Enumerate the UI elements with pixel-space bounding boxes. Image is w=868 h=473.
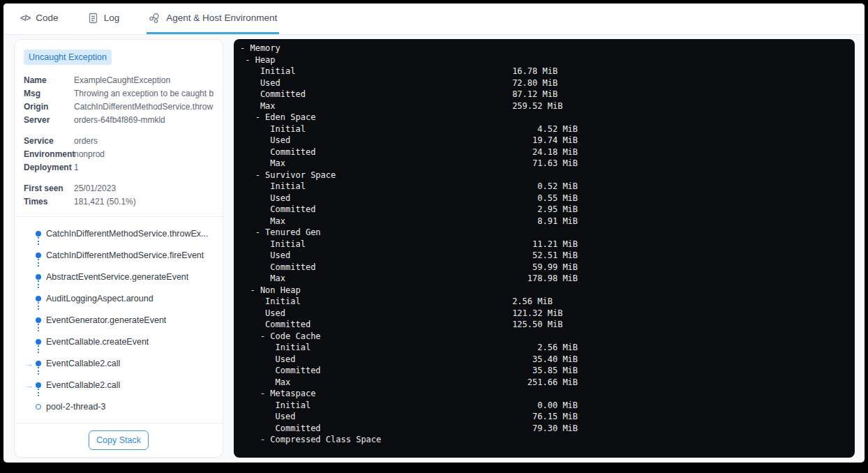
current-frame-arrow-icon: → bbox=[24, 359, 36, 368]
divider bbox=[15, 423, 223, 423]
field-value: ExampleCaughtException bbox=[74, 74, 214, 87]
tab-log[interactable]: Log bbox=[86, 3, 122, 34]
memory-tree-value-line: Initial 2.56 MiB bbox=[240, 342, 855, 354]
exception-panel: Uncaught Exception NameExampleCaughtExce… bbox=[14, 39, 223, 458]
memory-tree-value-line: Max 8.91 MiB bbox=[240, 216, 855, 227]
field-row: OriginCatchInDifferentMethodService.thro… bbox=[24, 100, 214, 114]
stack-frame[interactable]: EventCallable.createEvent bbox=[24, 331, 214, 352]
memory-tree-value-line: Max 251.66 MiB bbox=[240, 377, 855, 389]
memory-tree-value-line: Initial 16.78 MiB bbox=[240, 66, 855, 77]
memory-tree-group-line[interactable]: - Code Cache bbox=[240, 331, 855, 343]
tab-label: Log bbox=[104, 13, 120, 23]
stack-frame[interactable]: →EventCallable2.call bbox=[24, 374, 214, 396]
field-row: Serverorders-64fb4f869-mmkld bbox=[24, 114, 214, 127]
tab-bar: </>CodeLogAgent & Host Environment bbox=[3, 3, 865, 35]
frame-dot-icon bbox=[36, 317, 41, 323]
field-label: Name bbox=[24, 74, 74, 87]
frame-dot-icon bbox=[36, 253, 41, 258]
stack-frame[interactable]: AbstractEventService.generateEvent bbox=[24, 266, 214, 287]
memory-tree-group-line[interactable]: - Tenured Gen bbox=[240, 227, 855, 239]
frame-dot-icon bbox=[36, 231, 41, 236]
memory-tree-group-line[interactable]: - Metaspace bbox=[240, 388, 855, 400]
memory-tree-value-line: Max 259.52 MiB bbox=[240, 100, 855, 112]
tab-label: Agent & Host Environment bbox=[166, 13, 277, 23]
stack-frame[interactable]: CatchInDifferentMethodService.throwEx... bbox=[24, 223, 214, 244]
memory-tree-value-line: Initial 11.21 MiB bbox=[240, 239, 855, 250]
field-group: First seen25/01/2023Times181,421 (50.1%) bbox=[24, 182, 214, 209]
memory-tree-group-line[interactable]: - Heap bbox=[240, 54, 855, 66]
field-label: Msg bbox=[24, 87, 74, 100]
memory-tree-value-line: Committed 59.99 MiB bbox=[240, 262, 855, 273]
stack-frame-label: AbstractEventService.generateEvent bbox=[46, 272, 188, 282]
memory-tree-group-line[interactable]: - Non Heap bbox=[240, 285, 855, 296]
field-label: Service bbox=[24, 135, 74, 148]
field-label: Times bbox=[24, 195, 74, 209]
stack-frame[interactable]: →EventCallable2.call bbox=[24, 352, 214, 374]
field-row: First seen25/01/2023 bbox=[24, 182, 214, 195]
copy-stack-row: Copy Stack bbox=[24, 430, 214, 450]
code-icon: </> bbox=[20, 13, 30, 23]
stack-frame-label: EventCallable2.call bbox=[46, 380, 120, 390]
stack-frame-label: EventGenerator.generateEvent bbox=[46, 315, 166, 325]
current-frame-arrow-icon: → bbox=[24, 380, 36, 390]
frame-dot-icon bbox=[36, 296, 41, 301]
memory-tree-group-line[interactable]: - Eden Space bbox=[240, 112, 855, 123]
memory-tree-value-line: Used 0.55 MiB bbox=[240, 193, 855, 204]
memory-tree-value-line: Used 52.51 MiB bbox=[240, 250, 855, 262]
stack-frame-label: EventCallable2.call bbox=[46, 359, 120, 368]
stack-frame[interactable]: EventGenerator.generateEvent bbox=[24, 309, 214, 331]
stack-frame-label: AuditLoggingAspect.around bbox=[46, 294, 154, 303]
field-value: 181,421 (50.1%) bbox=[74, 195, 214, 209]
stack-frame-label: pool-2-thread-3 bbox=[46, 402, 105, 412]
field-value: Throwing an exception to be caught by a … bbox=[74, 87, 214, 100]
frame-dot-icon bbox=[36, 339, 41, 345]
memory-tree-value-line: Used 72.80 MiB bbox=[240, 77, 855, 89]
memory-tree-value-line: Max 71.63 MiB bbox=[240, 158, 855, 170]
stack-frame[interactable]: CatchInDifferentMethodService.fireEvent bbox=[24, 244, 214, 266]
memory-tree-value-line: Committed 125.50 MiB bbox=[240, 319, 855, 331]
stack-frame-label: CatchInDifferentMethodService.throwEx... bbox=[46, 229, 209, 239]
field-value: 25/01/2023 bbox=[74, 182, 214, 195]
content-area: Uncaught Exception NameExampleCaughtExce… bbox=[3, 35, 865, 463]
copy-stack-button[interactable]: Copy Stack bbox=[89, 430, 149, 450]
tab-code[interactable]: </>Code bbox=[18, 3, 61, 34]
field-group: NameExampleCaughtExceptionMsgThrowing an… bbox=[24, 74, 214, 127]
exception-type-badge: Uncaught Exception bbox=[24, 50, 112, 65]
memory-tree-value-line: Committed 35.85 MiB bbox=[240, 365, 855, 377]
field-value: CatchInDifferentMethodService.throwExcep bbox=[74, 100, 214, 114]
memory-tree-value-line: Committed 2.95 MiB bbox=[240, 204, 855, 216]
stack-frame[interactable]: AuditLoggingAspect.around bbox=[24, 287, 214, 309]
memory-tree-group-line[interactable]: - Compressed Class Space bbox=[240, 434, 855, 446]
memory-tree-value-line: Committed 79.30 MiB bbox=[240, 423, 855, 435]
memory-tree-value-line: Used 121.32 MiB bbox=[240, 308, 855, 320]
memory-tree-group-line[interactable]: - Memory bbox=[240, 43, 855, 54]
memory-tree-value-line: Max 178.98 MiB bbox=[240, 273, 855, 285]
tab-agent-host-environment[interactable]: Agent & Host Environment bbox=[147, 3, 279, 34]
frame-dot-icon bbox=[36, 382, 41, 388]
frame-dot-icon bbox=[36, 361, 41, 366]
field-row: Times181,421 (50.1%) bbox=[24, 195, 214, 209]
field-row: Environmentnonprod bbox=[24, 148, 214, 161]
field-value: orders bbox=[74, 135, 214, 148]
stack-frame-label: CatchInDifferentMethodService.fireEvent bbox=[46, 250, 204, 260]
agent-icon bbox=[149, 13, 160, 24]
field-value: nonprod bbox=[74, 148, 214, 161]
memory-tree-group-line[interactable]: - Survivor Space bbox=[240, 170, 855, 181]
field-value: 1 bbox=[74, 161, 214, 174]
memory-tree-value-line: Used 19.74 MiB bbox=[240, 135, 855, 147]
field-row: Serviceorders bbox=[24, 135, 214, 148]
field-group: ServiceordersEnvironmentnonprodDeploymen… bbox=[24, 135, 214, 174]
memory-tree-value-line: Used 35.40 MiB bbox=[240, 354, 855, 366]
field-row: MsgThrowing an exception to be caught by… bbox=[24, 87, 214, 100]
field-label: Environment bbox=[24, 148, 74, 161]
thread-dot-icon bbox=[36, 404, 41, 410]
memory-tree-value-line: Committed 24.18 MiB bbox=[240, 147, 855, 158]
field-label: Origin bbox=[24, 100, 74, 114]
memory-tree-value-line: Initial 0.52 MiB bbox=[240, 181, 855, 193]
field-row: Deployment1 bbox=[24, 161, 214, 174]
field-row: NameExampleCaughtException bbox=[24, 74, 214, 87]
memory-tree-value-line: Committed 87.12 MiB bbox=[240, 89, 855, 100]
app-window: </>CodeLogAgent & Host Environment Uncau… bbox=[3, 3, 865, 463]
stack-frame[interactable]: pool-2-thread-3 bbox=[24, 396, 214, 417]
memory-tree-value-line: Initial 4.52 MiB bbox=[240, 123, 855, 135]
